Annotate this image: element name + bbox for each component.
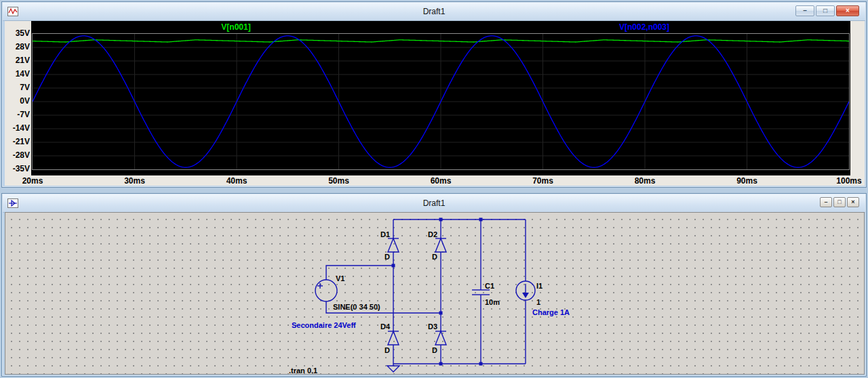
x-axis-tick: 100ms [836, 176, 861, 186]
y-axis-tick: -14V [5, 123, 30, 133]
x-axis-tick: 30ms [124, 176, 145, 186]
desktop: { "chrome": { "minimize_glyph": "–", "ma… [0, 0, 868, 378]
minimize-button[interactable]: – [820, 197, 832, 207]
x-axis-tick: 50ms [328, 176, 349, 186]
x-axis-tick: 70ms [532, 176, 553, 186]
component-value: 10m [485, 298, 500, 306]
voltage-source-V1[interactable]: V1 SINE(0 34 50) [315, 274, 380, 311]
y-axis-tick: -35V [5, 164, 30, 173]
component-value: SINE(0 34 50) [333, 303, 380, 311]
schematic-canvas[interactable]: D1 D D2 D D4 D D3 D [5, 212, 865, 375]
y-axis-tick: 7V [5, 83, 30, 92]
maximize-button[interactable]: □ [816, 5, 835, 16]
close-button[interactable]: × [847, 197, 859, 207]
diode-D4[interactable]: D4 D [380, 322, 399, 354]
wires [326, 219, 526, 364]
component-name: D2 [428, 230, 437, 238]
x-axis-tick: 20ms [22, 176, 43, 186]
comment-secondary[interactable]: Secondaire 24Veff [292, 321, 356, 329]
x-axis-tick: 90ms [736, 176, 757, 186]
current-source-I1[interactable]: I1 1 [516, 281, 542, 306]
y-axis-tick: 14V [5, 69, 30, 79]
waveform-plot-area[interactable]: V[n001]V[n002,n003] 35V28V21V14V7V0V-7V-… [5, 20, 865, 186]
plot-frame [32, 33, 850, 170]
window-title: Draft1 [423, 7, 446, 16]
component-value: 1 [536, 298, 540, 306]
waveform-window-icon[interactable] [7, 6, 18, 17]
component-name: D1 [380, 230, 390, 238]
capacitor-C1[interactable]: C1 10m [472, 282, 500, 306]
y-axis-tick: 0V [5, 96, 30, 106]
y-axis-tick: -28V [5, 150, 30, 160]
waveform-window: Draft1 – □ × V[n001]V[n002,n003] 35V28V2… [1, 1, 867, 188]
y-axis-tick: 28V [5, 42, 30, 51]
component-model: D [432, 346, 437, 354]
trace-label-1[interactable]: V[n001] [221, 22, 250, 32]
comment-load[interactable]: Charge 1A [532, 308, 570, 316]
waveform-titlebar[interactable]: Draft1 – □ × [3, 3, 865, 21]
schematic-window: Draft1 – □ × [1, 193, 867, 377]
maximize-button[interactable]: □ [833, 197, 846, 207]
trace-label-2[interactable]: V[n002,n003] [619, 22, 669, 32]
x-axis-tick: 40ms [226, 176, 248, 186]
component-model: D [384, 253, 390, 261]
plot-pane[interactable]: V[n001]V[n002,n003] [31, 21, 850, 175]
component-name: V1 [336, 274, 344, 282]
y-axis-tick: -7V [5, 110, 30, 119]
junction-dots [392, 218, 483, 366]
diode-D2[interactable]: D2 D [428, 230, 446, 261]
component-model: D [432, 253, 437, 261]
close-button[interactable]: × [836, 5, 859, 16]
component-name: C1 [485, 282, 494, 290]
y-axis-tick: 35V [5, 28, 30, 38]
component-name: D3 [428, 322, 437, 331]
component-name: I1 [536, 282, 542, 290]
y-axis-tick: 21V [5, 56, 30, 65]
diode-D1[interactable]: D1 D [380, 230, 399, 261]
y-axis-tick: -21V [5, 137, 30, 146]
component-name: D4 [380, 322, 391, 331]
spice-directive[interactable]: .tran 0.1 [289, 366, 317, 374]
x-axis-tick: 80ms [635, 176, 656, 186]
schematic-window-icon[interactable] [7, 198, 18, 209]
schematic-titlebar[interactable]: Draft1 – □ × [3, 194, 865, 213]
minimize-button[interactable]: – [795, 5, 814, 16]
ground-flag[interactable] [387, 364, 399, 372]
diode-D3[interactable]: D3 D [428, 322, 446, 354]
component-model: D [384, 346, 390, 354]
x-axis-tick: 60ms [431, 176, 452, 186]
window-title: Draft1 [423, 198, 446, 208]
